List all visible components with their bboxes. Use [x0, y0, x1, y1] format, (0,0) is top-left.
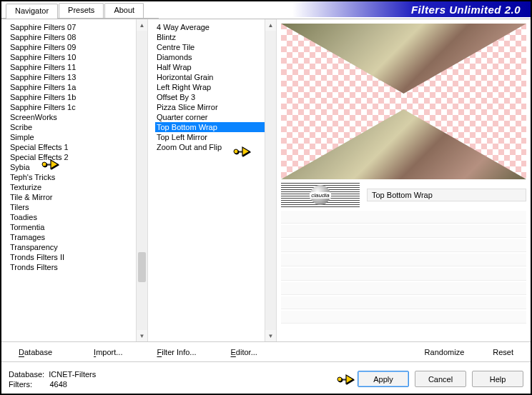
tab-about[interactable]: About — [104, 3, 144, 18]
list-item[interactable]: Simple — [9, 132, 147, 142]
list-item[interactable]: Diamonds — [155, 52, 276, 62]
list-item[interactable]: Pizza Slice Mirror — [155, 102, 276, 112]
filter-list[interactable]: 4 Way AverageBlintzCentre TileDiamondsHa… — [148, 19, 276, 341]
scroll-down-icon[interactable]: ▼ — [137, 330, 147, 341]
list-item[interactable]: Top Left Mirror — [155, 132, 276, 142]
list-item[interactable]: Tronds Filters II — [9, 252, 147, 262]
list-item[interactable]: Half Wrap — [155, 62, 276, 72]
list-item[interactable]: Sapphire Filters 1c — [9, 102, 147, 112]
param-row — [281, 225, 526, 238]
filter-column: 4 Way AverageBlintzCentre TileDiamondsHa… — [148, 19, 277, 341]
cancel-button[interactable]: Cancel — [415, 371, 466, 387]
category-scrollbar[interactable]: ▲ ▼ — [136, 19, 147, 341]
list-item[interactable]: Zoom Out and Flip — [155, 142, 276, 152]
meta-info: Database: ICNET-Filters Filters: 4648 — [9, 369, 358, 389]
category-column: Sapphire Filters 07Sapphire Filters 08Sa… — [1, 19, 148, 341]
param-row — [281, 296, 526, 309]
app-title: Filters Unlimited 2.0 — [411, 4, 521, 16]
param-row — [281, 268, 526, 281]
filters-label: Filters: — [9, 380, 32, 389]
reset-button[interactable]: Reset — [483, 345, 523, 359]
list-item[interactable]: Toadies — [9, 212, 147, 222]
logo: claudia — [281, 183, 360, 207]
main-area: Sapphire Filters 07Sapphire Filters 08Sa… — [1, 19, 531, 341]
list-item[interactable]: Transparency — [9, 242, 147, 252]
param-row — [281, 239, 526, 252]
list-item[interactable]: Sapphire Filters 1a — [9, 82, 147, 92]
filter-scrollbar[interactable]: ▲ ▼ — [265, 19, 276, 341]
list-item[interactable]: Tilers — [9, 202, 147, 212]
list-item[interactable]: Offset By 3 — [155, 92, 276, 102]
list-item[interactable]: Tramages — [9, 232, 147, 242]
param-row — [281, 311, 526, 324]
list-item[interactable]: Scribe — [9, 122, 147, 132]
list-item[interactable]: Horizontal Grain — [155, 72, 276, 82]
apply-button[interactable]: Apply — [358, 371, 409, 387]
scroll-down-icon[interactable]: ▼ — [265, 330, 276, 341]
list-item[interactable]: Sapphire Filters 10 — [9, 52, 147, 62]
current-filter-name: Top Bottom Wrap — [367, 189, 526, 201]
param-row — [281, 211, 526, 224]
list-item[interactable]: Special Effects 1 — [9, 142, 147, 152]
list-item[interactable]: Tronds Filters — [9, 262, 147, 272]
db-value: ICNET-Filters — [49, 370, 96, 379]
randomize-button[interactable]: Randomize — [415, 345, 475, 359]
list-item[interactable]: Teph's Tricks — [9, 172, 147, 182]
scroll-up-icon[interactable]: ▲ — [137, 19, 147, 31]
list-item[interactable]: Tile & Mirror — [9, 192, 147, 202]
import-button[interactable]: Import... — [84, 345, 132, 359]
list-item[interactable]: Left Right Wrap — [155, 82, 276, 92]
list-item[interactable]: ScreenWorks — [9, 112, 147, 122]
toolbar: Database Import... Filter Info... Editor… — [1, 341, 531, 361]
list-item[interactable]: Centre Tile — [155, 42, 276, 52]
param-row — [281, 254, 526, 266]
database-button[interactable]: Database — [9, 345, 62, 359]
param-row — [281, 282, 526, 295]
category-list[interactable]: Sapphire Filters 07Sapphire Filters 08Sa… — [1, 19, 147, 341]
list-item[interactable]: Blintz — [155, 32, 276, 42]
list-item[interactable]: Sapphire Filters 13 — [9, 72, 147, 82]
list-item[interactable]: Quarter corner — [155, 112, 276, 122]
scroll-thumb[interactable] — [138, 252, 146, 282]
editor-button[interactable]: Editor... — [221, 345, 267, 359]
preview-column: claudia Top Bottom Wrap — [277, 19, 531, 341]
list-item[interactable]: Special Effects 2 — [9, 152, 147, 162]
tab-presets[interactable]: Presets — [59, 3, 104, 18]
filters-value: 4648 — [49, 380, 66, 389]
db-label: Database: — [9, 370, 44, 379]
scroll-up-icon[interactable]: ▲ — [265, 19, 276, 31]
footer: Database: ICNET-Filters Filters: 4648 Ap… — [1, 361, 531, 395]
list-item[interactable]: Sapphire Filters 08 — [9, 32, 147, 42]
list-item[interactable]: Top Bottom Wrap — [155, 122, 276, 132]
tab-bar: Navigator Presets About — [1, 3, 159, 19]
list-item[interactable]: 4 Way Average — [155, 22, 276, 32]
tab-navigator[interactable]: Navigator — [6, 4, 58, 19]
preview-image — [281, 24, 526, 179]
parameter-panel — [281, 211, 526, 339]
list-item[interactable]: Sapphire Filters 07 — [9, 22, 147, 32]
filter-info-row: claudia Top Bottom Wrap — [281, 182, 526, 208]
list-item[interactable]: Sapphire Filters 09 — [9, 42, 147, 52]
logo-text: claudia — [310, 192, 330, 199]
list-item[interactable]: Sybia — [9, 162, 147, 172]
list-item[interactable]: Tormentia — [9, 222, 147, 232]
list-item[interactable]: Sapphire Filters 11 — [9, 62, 147, 72]
filter-info-button[interactable]: Filter Info... — [147, 345, 206, 359]
list-item[interactable]: Texturize — [9, 182, 147, 192]
list-item[interactable]: Sapphire Filters 1b — [9, 92, 147, 102]
help-button[interactable]: Help — [472, 371, 523, 387]
